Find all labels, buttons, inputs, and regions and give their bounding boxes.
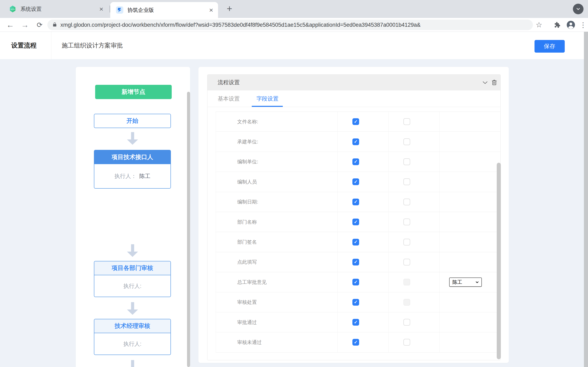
checkbox-checked[interactable]: ✓ — [352, 138, 359, 145]
settings-scrollbar[interactable] — [497, 163, 501, 359]
checkbox-unchecked[interactable] — [403, 199, 410, 205]
page-header: 设置流程 施工组织设计方案审批 保存 — [0, 32, 588, 59]
close-icon[interactable]: × — [98, 5, 104, 13]
checkbox-unchecked[interactable] — [403, 118, 410, 125]
forward-icon[interactable]: → — [19, 18, 31, 32]
field-label: 编制人员 — [216, 172, 338, 192]
url-bar[interactable]: xmgl.glodon.com/project-doc/workbench/xf… — [47, 20, 533, 30]
field-row: 承建单位: ✓ — [216, 132, 501, 152]
checkbox-unchecked[interactable] — [403, 158, 410, 165]
field-row: 总工审批意见 ✓ 陈工 — [216, 272, 501, 292]
checkbox-checked[interactable]: ✓ — [352, 218, 359, 225]
checkbox-unchecked[interactable] — [403, 239, 410, 245]
flow-node-tech-manager-review[interactable]: 技术经理审核 执行人: — [94, 319, 171, 355]
field-label: 部门签名 — [216, 232, 338, 252]
flow-arrow-down-icon — [127, 244, 138, 257]
field-label: 编制日期: — [216, 192, 338, 212]
field-label: 承建单位: — [216, 132, 338, 151]
page-title: 设置流程 — [11, 32, 36, 59]
field-row: 编制日期: ✓ — [216, 192, 501, 212]
checkbox-checked[interactable]: ✓ — [352, 118, 359, 125]
collapse-chevron-icon[interactable] — [482, 80, 488, 86]
field-row: 审批通过 ✓ — [216, 312, 501, 332]
browser-window-scrollbar[interactable] — [584, 32, 588, 367]
glodon-logo-icon — [116, 6, 123, 14]
flow-node-title: 项目各部门审核 — [94, 261, 171, 275]
field-label: 审核未通过 — [216, 332, 338, 352]
browser-menu-icon[interactable]: ⋮ — [577, 18, 588, 32]
tab-basic-settings[interactable]: 基本设置 — [218, 90, 240, 107]
executor-select[interactable]: 陈工 — [449, 277, 482, 287]
delete-node-trash-icon[interactable] — [491, 79, 498, 86]
checkbox-checked[interactable]: ✓ — [352, 279, 359, 285]
checkbox-checked[interactable]: ✓ — [352, 199, 359, 205]
tab-title: 系统设置 — [20, 6, 98, 13]
checkbox-checked[interactable]: ✓ — [352, 259, 359, 266]
extensions-puzzle-icon[interactable] — [551, 18, 563, 32]
checkbox-unchecked[interactable] — [403, 138, 410, 145]
checkbox-checked[interactable]: ✓ — [352, 339, 359, 346]
add-node-button[interactable]: 新增节点 — [95, 85, 172, 99]
field-label: 审核处置 — [216, 292, 338, 312]
checkbox-unchecked[interactable] — [403, 299, 410, 306]
card-title: 流程设置 — [218, 79, 240, 86]
tab-system-settings[interactable]: </> 系统设置 × — [3, 0, 108, 18]
flow-node-project-tech-contact[interactable]: 项目技术接口人 执行人：陈工 — [94, 150, 171, 189]
flow-node-title: 技术经理审核 — [94, 319, 171, 333]
checkbox-checked[interactable]: ✓ — [352, 178, 359, 185]
flow-panel-scrollbar[interactable] — [187, 92, 190, 367]
checkbox-unchecked[interactable] — [403, 178, 410, 185]
checkbox-unchecked[interactable] — [403, 279, 410, 285]
profile-chevron-icon[interactable] — [573, 4, 584, 14]
save-button[interactable]: 保存 — [535, 40, 565, 53]
checkbox-unchecked[interactable] — [403, 259, 410, 266]
settings-tab-bar: 基本设置 字段设置 — [208, 90, 501, 107]
process-settings-card: 流程设置 基本设置 字段设置 文件名称: ✓ — [207, 75, 501, 360]
tab-strip: </> 系统设置 × 协筑企业版 × + — [0, 0, 588, 18]
field-label: 审批通过 — [216, 312, 338, 332]
lock-icon — [52, 22, 57, 28]
active-tab-underline — [252, 106, 283, 107]
checkbox-checked[interactable]: ✓ — [352, 239, 359, 245]
flow-node-executor: 执行人: — [94, 275, 171, 297]
field-label: 文件名称: — [216, 112, 338, 132]
field-row: 编制单位: ✓ — [216, 152, 501, 172]
checkbox-unchecked[interactable] — [403, 218, 410, 225]
back-icon[interactable]: ← — [4, 18, 16, 32]
refresh-icon[interactable]: ⟳ — [34, 18, 45, 32]
checkbox-checked[interactable]: ✓ — [352, 299, 359, 306]
browser-window: </> 系统设置 × 协筑企业版 × + ← → ⟳ xmgl.glodon.c… — [0, 0, 588, 367]
process-settings-panel: 流程设置 基本设置 字段设置 文件名称: ✓ — [199, 67, 509, 363]
select-chevron-icon — [475, 280, 479, 284]
profile-avatar-icon[interactable] — [565, 18, 577, 32]
flow-arrow-down-icon — [127, 302, 138, 315]
field-row: 部门签名 ✓ — [216, 232, 501, 252]
flow-node-executor: 执行人: — [94, 333, 171, 355]
flow-node-title: 项目技术接口人 — [94, 150, 171, 164]
tab-divider — [110, 6, 110, 12]
flow-node-title: 开始 — [94, 114, 171, 128]
bookmark-star-icon[interactable]: ☆ — [533, 18, 545, 32]
field-row: 文件名称: ✓ — [216, 112, 501, 132]
field-row: 部门名称 ✓ — [216, 212, 501, 232]
tab-xiezhu-enterprise[interactable]: 协筑企业版 × — [110, 2, 218, 18]
flow-node-start[interactable]: 开始 — [94, 114, 171, 128]
svg-text:</>: </> — [11, 8, 15, 11]
checkbox-checked[interactable]: ✓ — [352, 158, 359, 165]
code-gem-favicon-icon: </> — [9, 5, 16, 13]
checkbox-unchecked[interactable] — [403, 319, 410, 325]
flow-node-executor: 执行人：陈工 — [94, 164, 171, 188]
flow-name-title: 施工组织设计方案审批 — [62, 32, 123, 59]
flow-node-department-review[interactable]: 项目各部门审核 执行人: — [94, 261, 171, 297]
header-divider — [51, 32, 52, 59]
field-row: 审核未通过 ✓ — [216, 332, 501, 352]
tab-field-settings[interactable]: 字段设置 — [256, 90, 278, 107]
field-label: 编制单位: — [216, 152, 338, 172]
checkbox-unchecked[interactable] — [403, 339, 410, 346]
field-label: 部门名称 — [216, 212, 338, 232]
close-icon[interactable]: × — [208, 6, 214, 14]
new-tab-button[interactable]: + — [224, 3, 235, 14]
field-row: 编制人员 ✓ — [216, 172, 501, 192]
checkbox-checked[interactable]: ✓ — [352, 319, 359, 325]
flow-arrow-down-icon — [127, 132, 138, 145]
